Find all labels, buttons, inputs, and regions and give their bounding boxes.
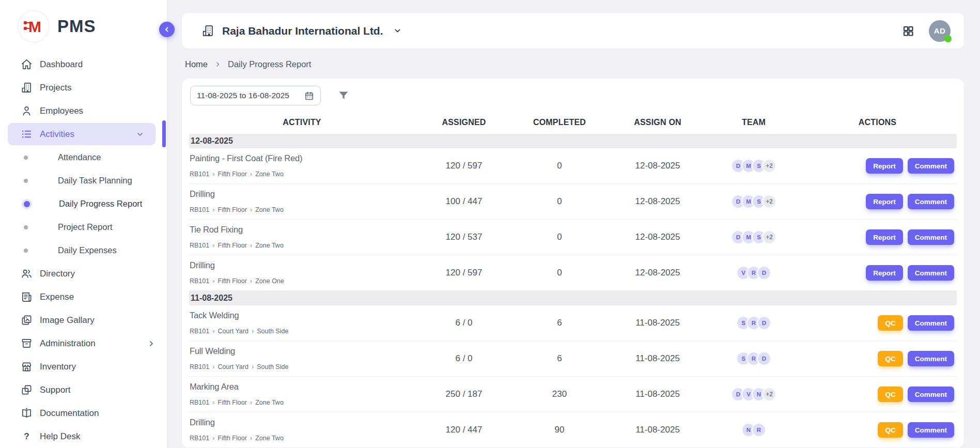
team-more-avatar[interactable]: +2 — [762, 230, 776, 244]
report-button[interactable]: Report — [866, 158, 903, 174]
table-body: 12-08-2025Painting - First Coat (Fire Re… — [189, 134, 957, 448]
administration-icon — [21, 337, 33, 349]
sidebar-item-projects[interactable]: Projects — [0, 76, 167, 99]
assigned-cell: 6 / 0 — [415, 353, 513, 364]
actions-cell: ReportComment — [798, 229, 957, 245]
sidebar-item-label: Dashboard — [40, 59, 83, 70]
comment-button[interactable]: Comment — [908, 229, 954, 245]
qc-button[interactable]: QC — [878, 422, 903, 438]
support-icon — [21, 384, 33, 396]
bullet-icon — [24, 156, 28, 160]
sidebar-subitem-daily-task-planning[interactable]: Daily Task Planning — [0, 169, 167, 192]
team-more-avatar[interactable]: +2 — [762, 387, 776, 401]
projects-icon — [21, 82, 33, 94]
sidebar-subitem-project-report[interactable]: Project Report — [0, 215, 167, 239]
path-separator-icon: › — [212, 434, 214, 442]
helpdesk-icon: ? — [21, 430, 33, 442]
comment-button[interactable]: Comment — [908, 158, 954, 174]
team-more-avatar[interactable]: +2 — [762, 194, 776, 209]
chevron-right-icon — [214, 61, 221, 68]
path-segment: RB101 — [190, 435, 209, 442]
assign-on-cell: 11-08-2025 — [606, 318, 709, 328]
sidebar-item-directory[interactable]: Directory — [0, 262, 167, 285]
team-avatar[interactable]: R — [752, 423, 766, 437]
sidebar-item-label: Administration — [40, 338, 96, 349]
comment-button[interactable]: Comment — [908, 194, 954, 209]
svg-text:?: ? — [24, 431, 29, 441]
sidebar-subitem-daily-expenses[interactable]: Daily Expenses — [0, 239, 167, 262]
path-separator-icon: › — [250, 206, 252, 213]
building-icon — [201, 24, 214, 37]
qc-button[interactable]: QC — [878, 387, 903, 402]
sidebar-item-support[interactable]: Support — [0, 378, 167, 401]
sidebar-item-activities[interactable]: Activities — [8, 123, 155, 145]
report-button[interactable]: Report — [866, 194, 903, 209]
date-range-input[interactable]: 11-08-2025 to 16-08-2025 — [190, 86, 321, 105]
sidebar-item-label: Help Desk — [40, 431, 80, 442]
sidebar-subitem-daily-progress-report[interactable]: Daily Progress Report — [0, 192, 167, 215]
chevron-down-icon — [136, 130, 144, 138]
path-separator-icon: › — [250, 170, 252, 178]
sidebar-item-label: Activities — [40, 129, 74, 140]
sidebar-item-administration[interactable]: Administration — [0, 332, 167, 355]
completed-cell: 90 — [513, 425, 606, 435]
qc-button[interactable]: QC — [878, 351, 903, 366]
completed-cell: 6 — [513, 318, 606, 328]
home-icon — [21, 58, 33, 70]
sidebar-item-label: Expense — [40, 292, 74, 302]
completed-cell: 0 — [513, 232, 606, 242]
sidebar-item-employees[interactable]: Employees — [0, 99, 167, 122]
comment-button[interactable]: Comment — [908, 265, 954, 281]
sidebar-subitem-attendance[interactable]: Attendance — [0, 146, 167, 169]
sidebar-item-label: Employees — [40, 106, 83, 116]
qc-button[interactable]: QC — [878, 315, 903, 331]
user-avatar[interactable]: AD — [929, 20, 951, 42]
apps-grid-button[interactable] — [902, 25, 914, 37]
path-segment: Zone Two — [255, 435, 284, 442]
path-segment: RB101 — [190, 363, 209, 370]
path-segment: RB101 — [190, 242, 209, 249]
comment-button[interactable]: Comment — [908, 351, 954, 366]
sidebar-item-expense[interactable]: Expense — [0, 285, 167, 308]
sidebar-item-image-gallary[interactable]: Image Gallary — [0, 308, 167, 332]
table-row: DrillingRB101›Fifth Floor›Zone One120 / … — [189, 255, 957, 291]
company-selector[interactable]: Raja Bahadur International Ltd. — [201, 24, 402, 37]
path-segment: RB101 — [190, 277, 209, 285]
sidebar-subitem-label: Daily Progress Report — [59, 199, 142, 209]
team-avatar[interactable]: D — [757, 316, 771, 330]
comment-button[interactable]: Comment — [908, 315, 954, 331]
comment-button[interactable]: Comment — [908, 422, 954, 438]
sidebar-item-dashboard[interactable]: Dashboard — [0, 53, 167, 76]
team-more-avatar[interactable]: +2 — [762, 159, 776, 173]
activity-path: RB101›Fifth Floor›Zone Two — [190, 241, 415, 249]
activity-title: Drilling — [190, 418, 415, 427]
actions-cell: ReportComment — [798, 194, 957, 209]
bullet-icon — [24, 201, 30, 207]
path-separator-icon: › — [212, 277, 214, 285]
team-avatar[interactable]: D — [757, 266, 771, 280]
team-cell: VRD — [709, 266, 798, 280]
breadcrumb-home[interactable]: Home — [185, 59, 208, 69]
sidebar-item-inventory[interactable]: Inventory — [0, 355, 167, 378]
column-header-assign-on: ASSIGN ON — [606, 118, 709, 127]
assigned-cell: 250 / 187 — [415, 389, 513, 399]
actions-cell: QCComment — [798, 387, 957, 402]
path-separator-icon: › — [252, 327, 254, 335]
sidebar-item-documentation[interactable]: Documentation — [0, 401, 167, 425]
sidebar-item-label: Directory — [40, 269, 75, 279]
sidebar-collapse-button[interactable] — [159, 22, 175, 37]
table-row: DrillingRB101›Fifth Floor›Zone Two120 / … — [189, 412, 957, 448]
activity-cell: DrillingRB101›Fifth Floor›Zone Two — [189, 412, 415, 447]
path-segment: Fifth Floor — [218, 242, 247, 249]
breadcrumb-current: Daily Progress Report — [228, 59, 311, 69]
directory-icon — [21, 268, 33, 280]
comment-button[interactable]: Comment — [908, 387, 954, 402]
filter-button[interactable] — [337, 89, 350, 102]
report-button[interactable]: Report — [866, 229, 903, 245]
sidebar-item-help-desk[interactable]: ?Help Desk — [0, 425, 167, 448]
path-segment: Court Yard — [218, 363, 248, 370]
team-avatar[interactable]: D — [757, 351, 771, 366]
table-row: DrillingRB101›Fifth Floor›Zone Two100 / … — [189, 184, 957, 220]
report-button[interactable]: Report — [866, 265, 903, 281]
sidebar-item-label: Image Gallary — [40, 315, 95, 326]
